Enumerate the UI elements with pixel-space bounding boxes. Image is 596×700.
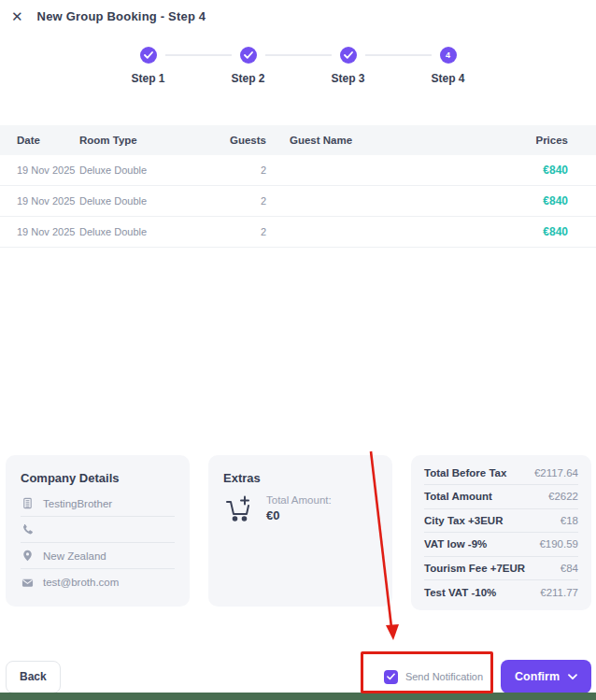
extras-total: Total Amount: €0: [266, 494, 332, 522]
send-notification-checkbox[interactable]: [384, 670, 398, 684]
cell-guests: 2: [192, 195, 266, 207]
company-email-row: test@broth.com: [21, 569, 175, 595]
totals-value: €2622: [548, 491, 578, 502]
envelope-icon: [21, 576, 34, 589]
check-icon: [387, 673, 395, 680]
totals-row-city-tax: City Tax +3EUR €18: [424, 509, 578, 534]
step-4-label: Step 4: [432, 72, 465, 85]
step-2-circle[interactable]: [240, 47, 257, 64]
confirm-button-label: Confirm: [515, 670, 560, 683]
totals-label: Total Before Tax: [424, 467, 506, 479]
col-header-guest-name: Guest Name: [266, 135, 461, 146]
company-name: TestingBrother: [43, 498, 112, 509]
step-1-circle[interactable]: [140, 47, 157, 64]
step-2: Step 2: [232, 47, 265, 85]
cell-room-type: Deluxe Double: [79, 226, 192, 237]
check-icon: [244, 51, 253, 59]
totals-row-total-before-tax: Total Before Tax €2117.64: [424, 462, 578, 486]
totals-value: €190.59: [539, 538, 578, 550]
step-1: Step 1: [132, 47, 165, 85]
col-header-guests: Guests: [192, 135, 266, 146]
extras-card: Extras Total Amount: €0: [208, 455, 392, 607]
back-button[interactable]: Back: [6, 661, 61, 693]
table-row: 19 Nov 2025 Deluxe Double 2 €840: [0, 155, 596, 186]
step-2-label: Step 2: [232, 72, 265, 85]
step-3-label: Step 3: [332, 72, 365, 85]
company-name-row: TestingBrother: [21, 491, 175, 517]
table-row: 19 Nov 2025 Deluxe Double 2 €840: [0, 217, 596, 248]
cell-date: 19 Nov 2025: [17, 195, 79, 207]
extras-total-label: Total Amount:: [266, 494, 332, 506]
extras-total-value: €0: [266, 508, 332, 522]
check-icon: [344, 51, 353, 59]
step-3-circle[interactable]: [340, 47, 357, 64]
extras-body: Total Amount: €0: [223, 494, 377, 528]
totals-value: €211.77: [540, 587, 578, 598]
company-rows: TestingBrother New Zealand test@broth.co…: [21, 491, 175, 595]
cell-price: €840: [461, 225, 568, 238]
totals-row-vat-low: VAT low -9% €190.59: [424, 533, 578, 557]
company-phone-row: [21, 517, 175, 543]
cell-room-type: Deluxe Double: [79, 195, 192, 207]
check-icon: [144, 51, 153, 59]
confirm-button[interactable]: Confirm: [501, 660, 591, 693]
cell-price: €840: [461, 164, 568, 177]
step-3: Step 3: [332, 47, 365, 85]
totals-value: €84: [561, 563, 578, 574]
totals-card: Total Before Tax €2117.64 Total Amount €…: [411, 455, 591, 610]
send-notification-group: Send Notification: [384, 670, 483, 684]
modal-header: ✕ New Group Booking - Step 4: [0, 0, 596, 32]
booking-table: Date Room Type Guests Guest Name Prices …: [0, 125, 596, 248]
totals-value: €2117.64: [534, 467, 578, 479]
step-4: 4 Step 4: [432, 47, 465, 85]
send-notification-label[interactable]: Send Notification: [405, 671, 483, 682]
company-details-card: Company Details TestingBrother New Zeala…: [6, 455, 190, 607]
modal-footer: Back Send Notification Confirm: [6, 660, 591, 693]
table-header-row: Date Room Type Guests Guest Name Prices: [0, 125, 596, 155]
chevron-down-icon: [568, 674, 577, 680]
stepper-connector: [165, 54, 232, 56]
building-icon: [21, 497, 34, 510]
step-4-number: 4: [446, 50, 450, 60]
group-booking-modal: { "header": { "title": "New Group Bookin…: [0, 0, 596, 700]
company-location-row: New Zealand: [21, 543, 175, 569]
bottom-edge-bar: [0, 693, 596, 700]
totals-row-total-amount: Total Amount €2622: [424, 485, 578, 509]
totals-label: VAT low -9%: [424, 538, 487, 550]
summary-cards: Company Details TestingBrother New Zeala…: [6, 455, 591, 610]
phone-icon: [21, 523, 34, 536]
company-email: test@broth.com: [43, 577, 119, 588]
col-header-prices: Prices: [461, 135, 568, 146]
totals-row-tourism-fee: Tourism Fee +7EUR €84: [424, 557, 578, 581]
company-details-title: Company Details: [21, 471, 175, 485]
extras-title: Extras: [223, 471, 377, 485]
close-icon[interactable]: ✕: [9, 7, 25, 25]
stepper-connector: [365, 54, 432, 56]
cell-guests: 2: [192, 226, 266, 237]
col-header-date: Date: [17, 135, 79, 146]
cell-date: 19 Nov 2025: [17, 164, 79, 176]
location-pin-icon: [21, 550, 34, 563]
step-4-circle[interactable]: 4: [440, 47, 457, 64]
page-title: New Group Booking - Step 4: [37, 9, 206, 23]
step-1-label: Step 1: [132, 72, 165, 85]
cell-guests: 2: [192, 164, 266, 176]
table-row: 19 Nov 2025 Deluxe Double 2 €840: [0, 186, 596, 217]
cart-plus-icon[interactable]: [223, 494, 253, 528]
totals-label: Test VAT -10%: [424, 587, 496, 598]
cell-date: 19 Nov 2025: [17, 226, 79, 237]
totals-label: City Tax +3EUR: [424, 515, 503, 526]
company-location: New Zealand: [43, 550, 106, 562]
totals-label: Total Amount: [424, 491, 492, 502]
wizard-stepper: Step 1 Step 2 Step 3 4 Step 4: [0, 47, 596, 85]
cell-room-type: Deluxe Double: [79, 164, 192, 176]
cell-price: €840: [461, 194, 568, 207]
totals-label: Tourism Fee +7EUR: [424, 563, 525, 574]
totals-row-test-vat: Test VAT -10% €211.77: [424, 580, 578, 605]
totals-value: €18: [561, 515, 578, 526]
col-header-room-type: Room Type: [79, 135, 192, 146]
stepper-connector: [265, 54, 332, 56]
